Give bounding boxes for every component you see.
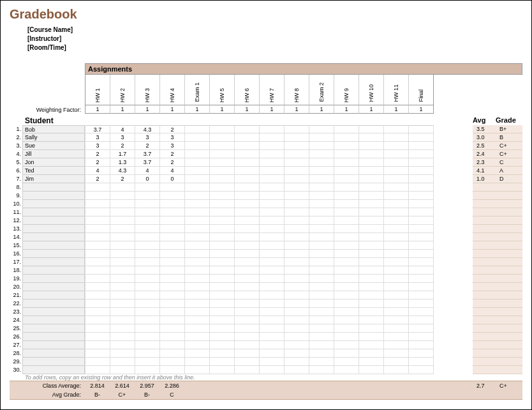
score-cell[interactable] bbox=[384, 142, 409, 150]
score-cell[interactable] bbox=[235, 300, 260, 308]
score-cell[interactable] bbox=[85, 349, 110, 358]
score-cell[interactable] bbox=[359, 233, 384, 241]
score-cell[interactable] bbox=[160, 225, 185, 233]
instructor[interactable]: [Instructor] bbox=[27, 34, 522, 43]
score-cell[interactable] bbox=[235, 125, 260, 133]
score-cell[interactable] bbox=[359, 358, 384, 366]
weight-cell[interactable]: 1 bbox=[185, 105, 210, 114]
score-cell[interactable] bbox=[235, 183, 260, 192]
score-cell[interactable] bbox=[235, 241, 260, 250]
score-cell[interactable] bbox=[160, 366, 185, 374]
score-cell[interactable]: 2 bbox=[110, 142, 135, 150]
score-cell[interactable] bbox=[260, 349, 284, 358]
assignment-col[interactable]: HW 5 bbox=[210, 75, 235, 105]
score-cell[interactable] bbox=[135, 233, 160, 241]
score-cell[interactable]: 2 bbox=[160, 150, 185, 158]
score-cell[interactable] bbox=[384, 316, 409, 324]
score-cell[interactable] bbox=[334, 150, 359, 158]
score-cell[interactable]: 4 bbox=[135, 167, 160, 175]
score-cell[interactable] bbox=[185, 225, 210, 233]
score-cell[interactable] bbox=[235, 316, 260, 324]
score-cell[interactable] bbox=[309, 216, 334, 225]
score-cell[interactable] bbox=[160, 275, 185, 283]
score-cell[interactable] bbox=[85, 308, 110, 316]
score-cell[interactable] bbox=[185, 208, 210, 216]
assignment-col[interactable]: HW 1 bbox=[85, 75, 110, 105]
score-cell[interactable] bbox=[284, 266, 309, 275]
score-cell[interactable] bbox=[110, 192, 135, 200]
score-cell[interactable] bbox=[334, 266, 359, 275]
score-cell[interactable] bbox=[334, 308, 359, 316]
score-cell[interactable] bbox=[409, 300, 434, 308]
score-cell[interactable]: 1.7 bbox=[110, 150, 135, 158]
assignment-col[interactable]: HW 9 bbox=[334, 75, 359, 105]
score-cell[interactable] bbox=[359, 192, 384, 200]
score-cell[interactable] bbox=[334, 349, 359, 358]
score-cell[interactable] bbox=[160, 266, 185, 275]
weight-cell[interactable]: 1 bbox=[334, 105, 359, 114]
score-cell[interactable] bbox=[359, 266, 384, 275]
score-cell[interactable] bbox=[160, 291, 185, 300]
score-cell[interactable] bbox=[334, 333, 359, 341]
score-cell[interactable] bbox=[135, 349, 160, 358]
student-name-cell[interactable]: Bob bbox=[22, 125, 85, 133]
score-cell[interactable] bbox=[409, 125, 434, 133]
score-cell[interactable] bbox=[135, 275, 160, 283]
score-cell[interactable] bbox=[260, 358, 284, 366]
score-cell[interactable]: 0 bbox=[160, 175, 185, 183]
score-cell[interactable] bbox=[309, 200, 334, 208]
score-cell[interactable] bbox=[359, 225, 384, 233]
score-cell[interactable] bbox=[210, 208, 235, 216]
score-cell[interactable] bbox=[110, 283, 135, 291]
score-cell[interactable] bbox=[409, 241, 434, 250]
score-cell[interactable] bbox=[334, 275, 359, 283]
score-cell[interactable]: 4.3 bbox=[110, 167, 135, 175]
score-cell[interactable] bbox=[409, 133, 434, 142]
student-name-cell[interactable] bbox=[22, 349, 85, 358]
student-name-cell[interactable] bbox=[22, 283, 85, 291]
score-cell[interactable] bbox=[309, 133, 334, 142]
score-cell[interactable] bbox=[309, 183, 334, 192]
student-name-cell[interactable] bbox=[22, 316, 85, 324]
score-cell[interactable] bbox=[409, 158, 434, 167]
score-cell[interactable] bbox=[85, 333, 110, 341]
score-cell[interactable] bbox=[85, 250, 110, 258]
score-cell[interactable] bbox=[235, 275, 260, 283]
score-cell[interactable] bbox=[185, 158, 210, 167]
score-cell[interactable] bbox=[160, 358, 185, 366]
score-cell[interactable] bbox=[384, 341, 409, 349]
score-cell[interactable] bbox=[384, 167, 409, 175]
score-cell[interactable] bbox=[409, 192, 434, 200]
score-cell[interactable] bbox=[110, 266, 135, 275]
score-cell[interactable] bbox=[185, 258, 210, 266]
score-cell[interactable] bbox=[160, 333, 185, 341]
student-name-cell[interactable]: Sue bbox=[22, 142, 85, 150]
score-cell[interactable] bbox=[160, 341, 185, 349]
score-cell[interactable] bbox=[334, 200, 359, 208]
score-cell[interactable] bbox=[334, 300, 359, 308]
score-cell[interactable] bbox=[309, 125, 334, 133]
student-name-cell[interactable] bbox=[22, 208, 85, 216]
score-cell[interactable] bbox=[334, 183, 359, 192]
score-cell[interactable] bbox=[135, 324, 160, 333]
score-cell[interactable] bbox=[260, 192, 284, 200]
score-cell[interactable] bbox=[135, 258, 160, 266]
score-cell[interactable] bbox=[235, 266, 260, 275]
score-cell[interactable]: 4 bbox=[85, 167, 110, 175]
score-cell[interactable] bbox=[384, 333, 409, 341]
score-cell[interactable] bbox=[309, 358, 334, 366]
score-cell[interactable] bbox=[235, 341, 260, 349]
score-cell[interactable] bbox=[160, 183, 185, 192]
score-cell[interactable] bbox=[235, 200, 260, 208]
score-cell[interactable] bbox=[359, 200, 384, 208]
student-name-cell[interactable] bbox=[22, 266, 85, 275]
weight-cell[interactable]: 1 bbox=[85, 105, 110, 114]
score-cell[interactable] bbox=[210, 216, 235, 225]
score-cell[interactable] bbox=[384, 241, 409, 250]
score-cell[interactable] bbox=[384, 192, 409, 200]
student-name-cell[interactable] bbox=[22, 192, 85, 200]
score-cell[interactable] bbox=[284, 125, 309, 133]
weight-cell[interactable]: 1 bbox=[210, 105, 235, 114]
score-cell[interactable] bbox=[210, 324, 235, 333]
student-name-cell[interactable]: Sally bbox=[22, 133, 85, 142]
